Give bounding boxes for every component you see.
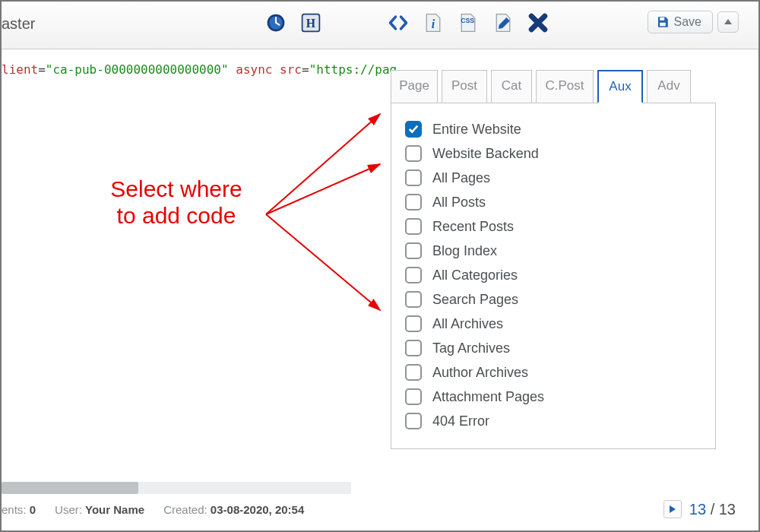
aux-option-label: Attachment Pages	[432, 389, 544, 405]
aux-option[interactable]: All Pages	[405, 166, 701, 190]
history-icon[interactable]	[264, 11, 288, 35]
pager: 13 / 13	[663, 500, 736, 518]
aux-options-list: Entire WebsiteWebsite BackendAll PagesAl…	[391, 103, 716, 449]
pager-text: 13 / 13	[689, 501, 736, 518]
checkbox[interactable]	[405, 315, 422, 332]
aux-option-label: All Pages	[432, 170, 490, 186]
aux-option-label: Author Archives	[432, 365, 528, 381]
aux-option[interactable]: Search Pages	[405, 287, 701, 312]
toolbar-icons: H i CSS	[264, 11, 550, 35]
save-button[interactable]: Save	[648, 11, 713, 33]
collapse-toggle[interactable]	[717, 11, 739, 33]
location-panel: Page Post Cat C.Post Aux Adv Entire Webs…	[391, 70, 716, 449]
save-label: Save	[674, 15, 701, 29]
css-icon[interactable]: CSS	[456, 11, 480, 35]
checkbox[interactable]	[405, 121, 422, 138]
save-group: Save	[648, 11, 739, 33]
aux-option[interactable]: Entire Website	[405, 117, 701, 141]
tab-page[interactable]: Page	[391, 70, 438, 103]
tab-cat[interactable]: Cat	[491, 70, 532, 103]
tab-aux[interactable]: Aux	[597, 70, 643, 103]
checkbox[interactable]	[405, 413, 422, 429]
status-meta: ents: 0 User: Your Name Created: 03-08-2…	[2, 503, 304, 516]
svg-line-10	[266, 214, 380, 310]
checkbox[interactable]	[405, 242, 422, 259]
svg-text:i: i	[432, 17, 435, 30]
chevron-up-icon	[724, 18, 732, 26]
aux-option[interactable]: Attachment Pages	[405, 385, 701, 409]
checkbox[interactable]	[405, 145, 422, 162]
aux-option-label: All Posts	[432, 195, 486, 211]
aux-option-label: Tag Archives	[432, 340, 510, 356]
horizontal-scrollbar[interactable]	[2, 482, 351, 494]
svg-line-8	[266, 114, 380, 214]
checkbox[interactable]	[405, 340, 422, 356]
aux-option[interactable]: Website Backend	[405, 141, 701, 166]
aux-option[interactable]: All Posts	[405, 190, 701, 214]
checkbox[interactable]	[405, 267, 422, 283]
aux-option-label: Search Pages	[432, 292, 518, 308]
edit-icon[interactable]	[491, 11, 515, 35]
tab-cpost[interactable]: C.Post	[536, 70, 594, 103]
tab-post[interactable]: Post	[442, 70, 487, 103]
aux-option[interactable]: All Archives	[405, 312, 701, 336]
checkbox[interactable]	[405, 364, 422, 381]
location-tabs: Page Post Cat C.Post Aux Adv	[391, 70, 716, 103]
header-h-icon[interactable]: H	[299, 11, 323, 35]
aux-option[interactable]: Recent Posts	[405, 214, 701, 239]
page-title: aster	[2, 15, 35, 33]
checkbox[interactable]	[405, 194, 422, 211]
top-toolbar: aster H i CSS	[2, 2, 758, 49]
checkbox[interactable]	[405, 291, 422, 308]
aux-option-label: Entire Website	[432, 122, 521, 138]
checkbox[interactable]	[405, 218, 422, 235]
svg-rect-7	[660, 23, 666, 27]
aux-option-label: All Categories	[432, 268, 518, 283]
aux-option[interactable]: Blog Index	[405, 239, 701, 263]
svg-line-9	[266, 164, 380, 214]
aux-option-label: Website Backend	[432, 146, 539, 162]
aux-option[interactable]: All Categories	[405, 263, 701, 287]
app-window: aster H i CSS	[0, 0, 760, 532]
tab-adv[interactable]: Adv	[647, 70, 691, 103]
aux-option[interactable]: 404 Error	[405, 409, 701, 433]
checkbox[interactable]	[405, 169, 422, 186]
status-bar: ents: 0 User: Your Name Created: 03-08-2…	[2, 482, 758, 521]
pager-next-button[interactable]	[663, 500, 682, 518]
code-icon[interactable]	[386, 11, 410, 35]
svg-text:CSS: CSS	[461, 17, 474, 24]
aux-option-label: Recent Posts	[432, 219, 514, 235]
aux-option-label: Blog Index	[432, 243, 497, 259]
aux-option-label: 404 Error	[432, 413, 489, 429]
aux-option-label: All Archives	[432, 316, 503, 332]
save-icon	[656, 15, 670, 29]
checkbox[interactable]	[405, 388, 422, 405]
play-icon	[669, 505, 676, 513]
svg-text:H: H	[306, 17, 315, 30]
svg-rect-6	[660, 17, 664, 21]
scrollbar-thumb[interactable]	[2, 482, 138, 494]
aux-option[interactable]: Author Archives	[405, 360, 701, 385]
info-icon[interactable]: i	[421, 11, 445, 35]
aux-option[interactable]: Tag Archives	[405, 336, 701, 360]
annotation-callout: Select where to add code	[89, 176, 264, 229]
close-icon[interactable]	[526, 11, 550, 35]
